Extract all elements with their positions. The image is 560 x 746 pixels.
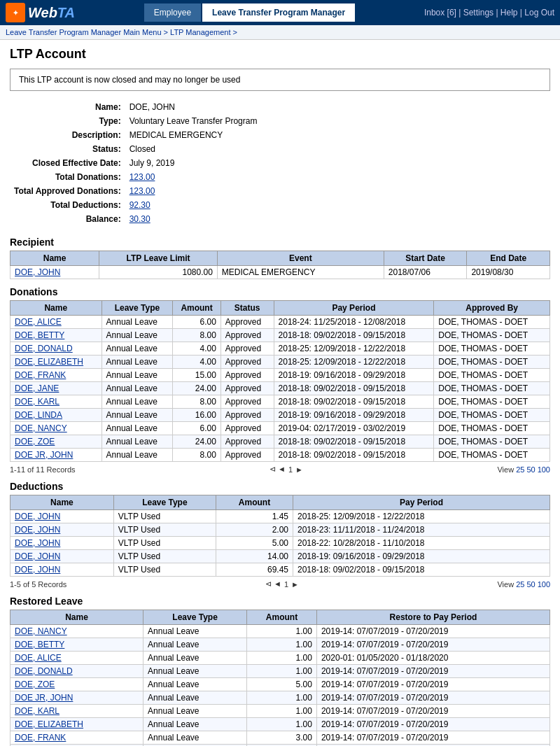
donation-name[interactable]: DOE, ZOE	[10, 435, 102, 449]
recipient-col-start: Start Date	[384, 251, 467, 266]
donation-leave-type: Annual Leave	[102, 435, 173, 449]
closed-date-value: July 9, 2019	[127, 157, 260, 169]
deduction-name[interactable]: DOE, JOHN	[10, 523, 114, 537]
donation-name[interactable]: DOE, ELIZABETH	[10, 356, 102, 369]
restored-amount: 1.00	[247, 652, 317, 665]
donation-name[interactable]: DOE, BETTY	[10, 329, 102, 342]
deduction-amount: 1.45	[216, 510, 293, 523]
restored-name[interactable]: DOE, DONALD	[10, 665, 144, 678]
donation-amount: 6.00	[173, 422, 221, 435]
deduction-leave-type: VLTP Used	[113, 537, 216, 550]
donation-approved-by: DOE, THOMAS - DOET	[434, 449, 550, 462]
restored-amount: 1.00	[247, 691, 317, 705]
donations-view-links[interactable]: View 25 50 100	[497, 465, 550, 474]
table-row: DOE, NANCY Annual Leave 1.00 2019-14: 07…	[10, 625, 550, 638]
recipient-name[interactable]: DOE, JOHN	[10, 266, 99, 279]
donation-name[interactable]: DOE, DONALD	[10, 342, 102, 356]
restored-name[interactable]: DOE, ELIZABETH	[10, 718, 144, 731]
restored-leave-type: Annual Leave	[144, 731, 247, 745]
donation-name[interactable]: DOE, NANCY	[10, 422, 102, 435]
deduction-pay-period: 2018-23: 11/11/2018 - 11/24/2018	[293, 523, 550, 537]
table-row: DOE, FRANK Annual Leave 3.00 2019-14: 07…	[10, 731, 550, 745]
restored-leave-type: Annual Leave	[144, 718, 247, 731]
donation-leave-type: Annual Leave	[102, 409, 173, 422]
restored-name[interactable]: DOE, NANCY	[10, 625, 144, 638]
donations-table: Name Leave Type Amount Status Pay Period…	[10, 300, 550, 462]
restored-name[interactable]: DOE, BETTY	[10, 638, 144, 652]
donations-col-leave-type: Leave Type	[102, 301, 173, 316]
restored-leave-type: Annual Leave	[144, 665, 247, 678]
donation-approved-by: DOE, THOMAS - DOET	[434, 342, 550, 356]
deductions-col-amount: Amount	[216, 495, 293, 510]
donation-amount: 8.00	[173, 395, 221, 409]
restored-name[interactable]: DOE, ALICE	[10, 652, 144, 665]
restored-name[interactable]: DOE, KARL	[10, 705, 144, 718]
deduction-pay-period: 2018-18: 09/02/2018 - 09/15/2018	[293, 563, 550, 577]
table-row: DOE, JOHN VLTP Used 1.45 2018-25: 12/09/…	[10, 510, 550, 523]
table-row: DOE, ALICE Annual Leave 1.00 2020-01: 01…	[10, 652, 550, 665]
donation-leave-type: Annual Leave	[102, 395, 173, 409]
donation-name[interactable]: DOE, KARL	[10, 395, 102, 409]
donations-page-nav[interactable]: ⊲ ◄ 1 ►	[270, 465, 303, 474]
table-row: DOE, KARL Annual Leave 1.00 2019-14: 07/…	[10, 705, 550, 718]
account-info-table: Name: DOE, JOHN Type: Voluntary Leave Tr…	[10, 99, 261, 227]
table-row: DOE, JANE Annual Leave 24.00 Approved 20…	[10, 382, 550, 395]
donation-name[interactable]: DOE, LINDA	[10, 409, 102, 422]
donation-status: Approved	[220, 369, 274, 382]
deductions-record-count: 1-5 of 5 Records	[10, 580, 66, 589]
deduction-leave-type: VLTP Used	[113, 523, 216, 537]
donations-col-amount: Amount	[173, 301, 221, 316]
status-value: Closed	[127, 143, 260, 155]
deduction-name[interactable]: DOE, JOHN	[10, 537, 114, 550]
recipient-start: 2018/07/06	[384, 266, 467, 279]
table-row: DOE, ZOE Annual Leave 24.00 Approved 201…	[10, 435, 550, 449]
donation-amount: 4.00	[173, 342, 221, 356]
donation-name[interactable]: DOE, FRANK	[10, 369, 102, 382]
table-row: DOE, DONALD Annual Leave 4.00 Approved 2…	[10, 342, 550, 356]
restored-col-pay-period: Restore to Pay Period	[316, 610, 550, 625]
restored-leave-section-title: Restored Leave	[10, 596, 550, 607]
recipient-end: 2019/08/30	[467, 266, 550, 279]
table-row: DOE, DONALD Annual Leave 1.00 2019-14: 0…	[10, 665, 550, 678]
restored-name[interactable]: DOE JR, JOHN	[10, 691, 144, 705]
donation-amount: 4.00	[173, 356, 221, 369]
donation-name[interactable]: DOE, ALICE	[10, 316, 102, 329]
table-row: DOE, KARL Annual Leave 8.00 Approved 201…	[10, 395, 550, 409]
restored-amount: 3.00	[247, 731, 317, 745]
balance-label: Balance:	[11, 213, 125, 225]
restored-leave-type: Annual Leave	[144, 625, 247, 638]
donation-status: Approved	[220, 316, 274, 329]
donation-pay-period: 2018-18: 09/02/2018 - 09/15/2018	[274, 395, 434, 409]
tab-ltp-manager[interactable]: Leave Transfer Program Manager	[202, 3, 355, 22]
restored-name[interactable]: DOE, FRANK	[10, 731, 144, 745]
restored-pay-period: 2019-14: 07/07/2019 - 07/20/2019	[316, 718, 550, 731]
donation-amount: 16.00	[173, 409, 221, 422]
deductions-page-nav[interactable]: ⊲ ◄ 1 ►	[265, 579, 299, 589]
restored-name[interactable]: DOE, ZOE	[10, 678, 144, 691]
donation-name[interactable]: DOE, JANE	[10, 382, 102, 395]
table-row: DOE, JOHN VLTP Used 69.45 2018-18: 09/02…	[10, 563, 550, 577]
donations-col-status: Status	[220, 301, 274, 316]
donation-leave-type: Annual Leave	[102, 422, 173, 435]
restored-leave-type: Annual Leave	[144, 678, 247, 691]
donations-section-title: Donations	[10, 286, 550, 297]
deduction-leave-type: VLTP Used	[113, 510, 216, 523]
donation-leave-type: Annual Leave	[102, 316, 173, 329]
deduction-name[interactable]: DOE, JOHN	[10, 563, 114, 577]
deduction-name[interactable]: DOE, JOHN	[10, 550, 114, 563]
table-row: DOE, FRANK Annual Leave 15.00 Approved 2…	[10, 369, 550, 382]
restored-leave-table: Name Leave Type Amount Restore to Pay Pe…	[10, 610, 550, 746]
main-content: LTP Account This LTP account is now clos…	[0, 40, 560, 746]
donation-approved-by: DOE, THOMAS - DOET	[434, 316, 550, 329]
donation-name[interactable]: DOE JR, JOHN	[10, 449, 102, 462]
deduction-name[interactable]: DOE, JOHN	[10, 510, 114, 523]
recipient-col-name: Name	[10, 251, 99, 266]
donation-pay-period: 2018-25: 12/09/2018 - 12/22/2018	[274, 342, 434, 356]
table-row: DOE, ELIZABETH Annual Leave 4.00 Approve…	[10, 356, 550, 369]
restored-amount: 1.00	[247, 638, 317, 652]
donation-status: Approved	[220, 356, 274, 369]
donation-amount: 8.00	[173, 449, 221, 462]
tab-employee[interactable]: Employee	[144, 3, 201, 22]
deductions-view-links[interactable]: View 25 50 100	[497, 580, 550, 589]
restored-leave-type: Annual Leave	[144, 652, 247, 665]
